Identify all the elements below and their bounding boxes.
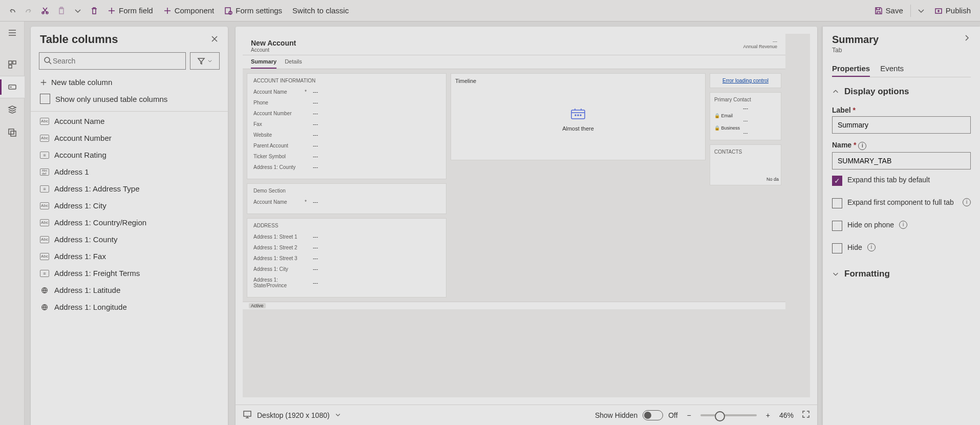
publish-button[interactable]: Publish [929,3,976,19]
left-nav [0,22,25,425]
form-field[interactable]: Address 1: Street 1--- [253,231,440,242]
label-input[interactable] [832,116,971,134]
section-demo[interactable]: Demo Section Account Name*--- [247,183,446,214]
add-component-button[interactable]: Component [158,3,220,19]
form-field[interactable]: Parent Account--- [253,140,440,151]
cut-button[interactable] [37,3,53,19]
text-type-icon: Abc [40,253,49,260]
form-field[interactable]: Account Number--- [253,108,440,119]
paste-dropdown[interactable] [70,3,86,19]
events-tab[interactable]: Events [880,61,904,77]
form-header: New Account Account --- Annual Revenue [243,34,785,55]
formatting-header[interactable]: Formatting [832,269,971,279]
filter-button[interactable] [190,52,220,70]
column-item[interactable]: ≡Account Rating [31,146,226,163]
info-icon[interactable]: i [963,198,971,206]
contacts-card[interactable]: CONTACTS No da [710,144,781,185]
related-control[interactable]: Error loading control [710,73,781,88]
svg-rect-9 [9,65,12,68]
add-form-field-button[interactable]: Form field [102,3,158,19]
form-field[interactable]: Fax--- [253,119,440,130]
column-item[interactable]: AbcAddress 1: County [31,231,226,248]
info-icon[interactable]: i [858,142,866,150]
form-settings-label: Form settings [236,6,282,15]
search-input[interactable] [52,56,181,66]
show-hidden-toggle[interactable] [643,410,663,420]
form-field[interactable]: Website--- [253,130,440,140]
new-table-column-button[interactable]: New table column [31,75,228,90]
hide-checkbox[interactable] [832,243,842,253]
publish-label: Publish [946,6,971,15]
expand-first-label: Expand first component to full tab [847,198,957,206]
selected-element-type: Tab [832,47,879,54]
form-field[interactable]: Phone--- [253,97,440,108]
zoom-slider[interactable] [700,414,757,416]
column-item[interactable]: Address 1: Longitude [31,299,226,315]
canvas-scroll[interactable]: New Account Account --- Annual Revenue S… [236,27,817,405]
column-item[interactable]: ≡Address 1: Address Type [31,180,226,197]
card-title: CONTACTS [714,149,777,155]
form-field[interactable]: Address 1: Street 2--- [253,242,440,253]
svg-point-19 [580,115,581,116]
form-tab-details[interactable]: Details [285,55,302,69]
column-item[interactable]: AbcdefAddress 1 [31,163,226,180]
error-link[interactable]: Error loading control [722,78,769,83]
paste-button[interactable] [53,3,70,19]
column-item[interactable]: AbcAccount Number [31,130,226,146]
save-button[interactable]: Save [869,3,908,19]
timeline-control[interactable]: Timeline Almost there [451,73,706,160]
components-nav[interactable] [0,53,25,76]
form-tab-summary[interactable]: Summary [251,55,276,69]
display-options-header[interactable]: Display options [832,87,971,97]
section-address[interactable]: ADDRESS Address 1: Street 1---Address 1:… [247,218,446,298]
svg-point-17 [578,115,579,116]
column-item[interactable]: ≡Address 1: Freight Terms [31,265,226,282]
optionset-type-icon: ≡ [40,185,49,193]
show-unused-checkbox[interactable] [40,94,50,104]
form-canvas: New Account Account --- Annual Revenue S… [236,27,817,425]
save-dropdown[interactable] [913,3,929,19]
column-item[interactable]: Address 1: Latitude [31,282,226,299]
section-title: ACCOUNT INFORMATION [253,78,440,83]
column-item[interactable]: AbcAddress 1: Fax [31,248,226,265]
redo-button[interactable] [20,3,37,19]
form-field[interactable]: Ticker Symbol--- [253,151,440,162]
form-field[interactable]: Address 1: City--- [253,264,440,274]
expand-default-checkbox[interactable]: ✓ [832,176,842,186]
viewport-dropdown[interactable] [335,411,341,419]
properties-tab[interactable]: Properties [832,61,870,77]
close-panel-button[interactable] [210,35,219,45]
info-icon[interactable]: i [867,243,876,251]
switch-classic-button[interactable]: Switch to classic [287,3,354,19]
form-field[interactable]: Address 1: State/Province--- [253,274,440,291]
form-field[interactable]: Address 1: Street 3--- [253,253,440,264]
fit-screen-button[interactable] [802,410,810,420]
collapse-panel-button[interactable] [963,34,971,44]
svg-rect-8 [13,61,16,64]
info-icon[interactable]: i [899,221,907,229]
expand-first-checkbox[interactable] [832,198,842,208]
section-account-info[interactable]: ACCOUNT INFORMATION Account Name*---Phon… [247,73,446,179]
primary-contact-card[interactable]: Primary Contact --- 🔒 Email --- 🔒 Busine… [710,92,781,140]
add-component-label: Component [175,6,215,15]
form-settings-button[interactable]: Form settings [219,3,287,19]
hide-phone-checkbox[interactable] [832,221,842,231]
text-type-icon: Abc [40,202,49,209]
delete-button[interactable] [86,3,102,19]
libraries-nav[interactable] [0,121,25,143]
columns-nav[interactable] [0,76,25,98]
column-item[interactable]: AbcAccount Name [31,113,226,130]
name-input[interactable] [832,152,971,169]
form-preview[interactable]: New Account Account --- Annual Revenue S… [243,34,785,309]
panel-title: Table columns [40,33,118,46]
undo-button[interactable] [4,3,20,19]
column-item[interactable]: AbcAddress 1: City [31,197,226,214]
column-item[interactable]: AbcAddress 1: Country/Region [31,214,226,231]
form-field[interactable]: Address 1: County--- [253,162,440,173]
text-type-icon: Abc [40,219,49,226]
hamburger-button[interactable] [0,22,25,44]
column-label: Address 1: Country/Region [54,218,146,227]
form-field[interactable]: Account Name*--- [253,87,440,97]
tree-nav[interactable] [0,98,25,121]
form-field[interactable]: Account Name*--- [253,197,440,207]
